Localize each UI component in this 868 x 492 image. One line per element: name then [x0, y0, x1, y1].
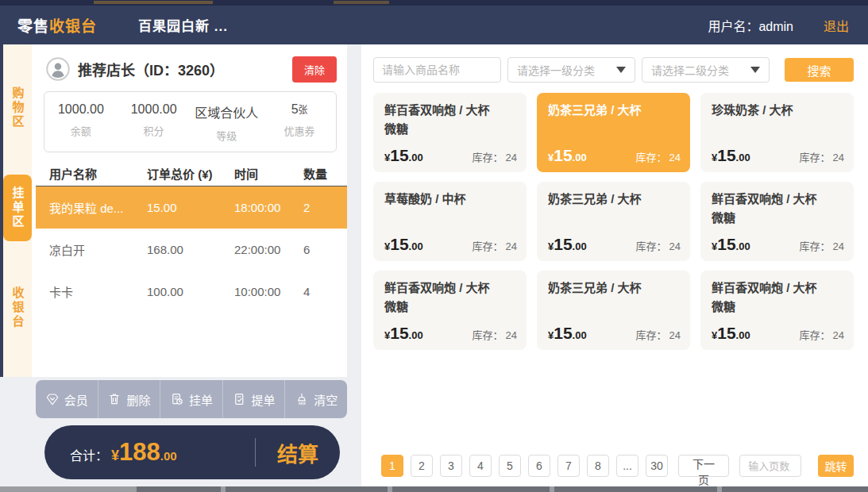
page-button[interactable]: ...: [616, 455, 638, 477]
order-time: 18:00:00: [234, 201, 303, 214]
product-stock: 库存：24: [473, 327, 517, 342]
page-number-input[interactable]: [739, 455, 801, 477]
page-button[interactable]: 2: [411, 455, 433, 477]
chevron-down-icon: [616, 67, 626, 73]
page-button[interactable]: 6: [528, 455, 550, 477]
product-card[interactable]: 奶茶三兄弟 / 大杯 ¥15.00 库存：24: [537, 182, 690, 261]
order-quantity: 6: [303, 243, 347, 256]
product-card[interactable]: 奶茶三兄弟 / 大杯 ¥15.00 库存：24: [537, 271, 690, 350]
clear-customer-button[interactable]: 清除: [292, 56, 337, 83]
vip-icon: [45, 392, 60, 406]
settle-button[interactable]: 结算: [256, 438, 340, 467]
pending-order-table: 用户名称 订单总价 (¥) 时间 数量 我的果粒 de... 15.00 18:…: [36, 160, 347, 313]
product-price-currency: ¥: [548, 152, 554, 163]
customer-stat: 1000.00 余额: [44, 102, 118, 143]
product-price-dec: .00: [409, 152, 423, 163]
product-card[interactable]: 珍珠奶茶 / 大杯 ¥15.00 库存：24: [700, 93, 854, 172]
pick-order-button[interactable]: 提单: [223, 380, 286, 418]
chevron-down-icon: [750, 67, 760, 73]
search-row: 请选择一级分类 请选择二级分类 搜索: [373, 57, 854, 83]
product-price-int: 15: [390, 324, 408, 343]
customer-title: 推荐店长（ID：3260）: [78, 59, 224, 79]
product-panel: 请选择一级分类 请选择二级分类 搜索 鲜百香双响炮 / 大杯 微糖 ¥15.00…: [361, 44, 868, 486]
search-button[interactable]: 搜索: [785, 58, 854, 82]
product-price-currency: ¥: [384, 329, 390, 341]
total-amount: 合计：¥188.00: [44, 438, 255, 467]
product-card[interactable]: 草莓酸奶 / 中杯 ¥15.00 库存：24: [373, 182, 527, 261]
product-stock: 库存：24: [473, 149, 517, 164]
next-page-button[interactable]: 下一页: [678, 455, 729, 477]
clear-all-icon: [295, 392, 309, 406]
pending-orders-panel: 推荐店长（ID：3260） 清除 1000.00 余额 1000.00 积分 区…: [32, 44, 347, 377]
table-row[interactable]: 凉白开 168.00 22:00:00 6: [36, 229, 347, 271]
page-button[interactable]: 4: [469, 455, 492, 477]
product-card[interactable]: 奶茶三兄弟 / 大杯 ¥15.00 库存：24: [537, 93, 690, 172]
table-row[interactable]: 我的果粒 de... 15.00 18:00:00 2: [36, 186, 347, 229]
hold-order-button[interactable]: 挂单: [160, 380, 223, 418]
product-name: 鲜百香双响炮 / 大杯: [384, 279, 515, 298]
product-card[interactable]: 鲜百香双响炮 / 大杯 微糖 ¥15.00 库存：24: [373, 271, 527, 350]
page-button[interactable]: 30: [646, 455, 668, 477]
product-price-dec: .00: [573, 329, 587, 341]
cutoff-text-remnant: [94, 1, 213, 4]
order-time: 10:00:00: [234, 285, 303, 298]
product-price-int: 15: [390, 146, 408, 165]
delete-button[interactable]: 删除: [98, 380, 161, 418]
product-spec: 微糖: [712, 298, 843, 317]
product-card[interactable]: 鲜百香双响炮 / 大杯 微糖 ¥15.00 库存：24: [700, 182, 854, 261]
product-stock: 库存：24: [636, 327, 681, 342]
page-button[interactable]: 3: [440, 455, 462, 477]
page-button[interactable]: 7: [557, 455, 580, 477]
page-button[interactable]: 1: [381, 455, 403, 477]
app-title-prefix: 零售: [17, 18, 49, 35]
trash-icon: [107, 392, 122, 406]
product-price-int: 15: [717, 146, 735, 165]
username-label: 用户名：admin: [708, 16, 793, 35]
product-name: 珍珠奶茶 / 大杯: [712, 101, 843, 120]
side-tab[interactable]: 挂单区: [3, 175, 32, 241]
category2-select[interactable]: 请选择二级分类: [642, 57, 770, 83]
logout-button[interactable]: 退出: [824, 16, 849, 35]
side-tab[interactable]: 收银台: [3, 275, 32, 341]
avatar-icon: [46, 57, 70, 81]
category1-select[interactable]: 请选择一级分类: [507, 57, 635, 83]
order-quantity: 4: [303, 285, 347, 298]
side-tab-bar: 购物区 挂单区 收银台: [0, 44, 32, 377]
product-spec: 微糖: [384, 298, 515, 317]
product-price-dec: .00: [573, 152, 587, 163]
cutoff-text-remnant: [334, 1, 389, 4]
product-price-currency: ¥: [384, 152, 390, 163]
store-name: 百果园白新 ...: [138, 15, 228, 35]
side-tab[interactable]: 购物区: [3, 75, 32, 141]
product-spec: 微糖: [712, 209, 843, 228]
member-button[interactable]: 会员: [36, 380, 98, 418]
pick-order-icon: [233, 392, 247, 406]
order-user-name: 我的果粒 de...: [49, 199, 147, 216]
customer-header: 推荐店长（ID：3260） 清除: [46, 56, 337, 82]
order-quantity: 2: [303, 201, 347, 214]
jump-button[interactable]: 跳转: [818, 455, 854, 477]
order-total: 100.00: [147, 285, 234, 298]
order-total: 168.00: [147, 243, 234, 256]
customer-stats-card: 1000.00 余额 1000.00 积分 区域合伙人 等级 5张 优惠券: [44, 91, 337, 152]
product-name: 奶茶三兄弟 / 大杯: [548, 279, 679, 298]
product-stock: 库存：24: [473, 238, 517, 253]
product-price-currency: ¥: [712, 152, 717, 163]
product-name-input[interactable]: [373, 57, 501, 83]
customer-stat: 区域合伙人 等级: [191, 102, 264, 143]
page-button[interactable]: 8: [587, 455, 609, 477]
cutoff-window-strip: [0, 0, 868, 6]
product-card[interactable]: 鲜百香双响炮 / 大杯 微糖 ¥15.00 库存：24: [373, 93, 527, 172]
action-bar: 会员 删除 挂单 提单 清空: [36, 380, 347, 418]
product-price-currency: ¥: [712, 240, 717, 252]
clear-all-button[interactable]: 清空: [285, 380, 347, 418]
product-card[interactable]: 鲜百香双响炮 / 大杯 微糖 ¥15.00 库存：24: [700, 271, 854, 350]
product-stock: 库存：24: [800, 327, 844, 342]
page-button[interactable]: 5: [499, 455, 521, 477]
product-stock: 库存：24: [636, 238, 681, 253]
product-price-int: 15: [554, 324, 572, 343]
product-spec: 微糖: [384, 120, 515, 139]
product-stock: 库存：24: [636, 149, 681, 164]
table-header-row: 用户名称 订单总价 (¥) 时间 数量: [36, 160, 347, 186]
table-row[interactable]: 卡卡 100.00 10:00:00 4: [36, 271, 347, 313]
